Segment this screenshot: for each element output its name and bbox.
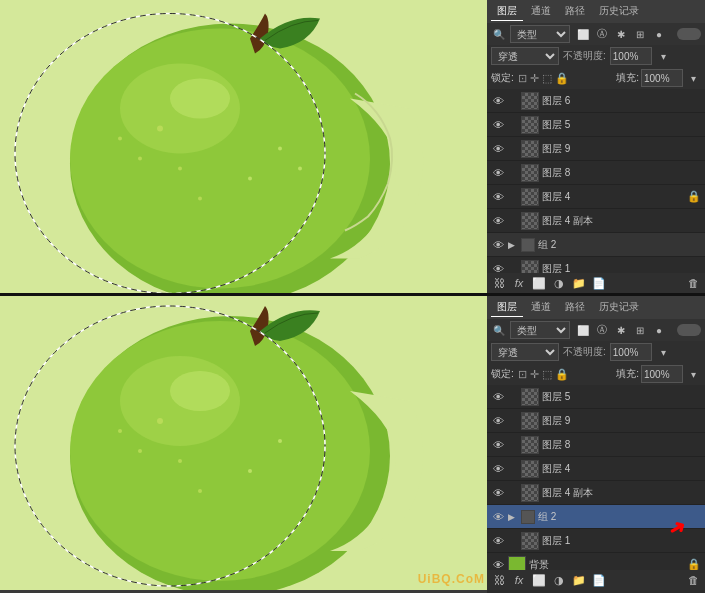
- add-mask-icon-b[interactable]: ⬜: [531, 572, 547, 588]
- layer-item-l6[interactable]: 👁图层 6: [487, 89, 705, 113]
- lock-artboard-icon-b[interactable]: ⬚: [542, 368, 552, 381]
- layer-filter-icon2[interactable]: Ⓐ: [594, 26, 610, 42]
- layer-item-l4copyb[interactable]: 👁图层 4 副本: [487, 481, 705, 505]
- eye-icon-bgb[interactable]: 👁: [491, 558, 505, 571]
- svg-point-19: [170, 371, 230, 411]
- lock-all-icon-b[interactable]: 🔒: [555, 368, 569, 381]
- options-row-top: 穿透 不透明度: ▾: [487, 45, 705, 67]
- panel-footer-top: ⛓ fx ⬜ ◑ 📁 📄 🗑: [487, 273, 705, 293]
- adjustment-icon-b[interactable]: ◑: [551, 572, 567, 588]
- layer-item-l4b[interactable]: 👁图层 4: [487, 457, 705, 481]
- eye-icon-l6[interactable]: 👁: [491, 94, 505, 108]
- eye-icon-l4b[interactable]: 👁: [491, 462, 505, 476]
- new-layer-icon-b[interactable]: 📄: [591, 572, 607, 588]
- layer-name-l9: 图层 9: [542, 142, 701, 156]
- tab-paths-bottom[interactable]: 路径: [559, 298, 591, 317]
- fx-icon-b[interactable]: fx: [511, 572, 527, 588]
- layers-list-top[interactable]: 👁图层 6👁图层 5👁图层 9👁图层 8👁图层 4🔒👁图层 4 副本👁▶组 2👁…: [487, 89, 705, 273]
- opacity-arrow-top[interactable]: ▾: [656, 48, 672, 64]
- group-arrow-g2[interactable]: ▶: [508, 240, 518, 250]
- tab-channels-bottom[interactable]: 通道: [525, 298, 557, 317]
- lock-pixel-icon[interactable]: ⊡: [518, 72, 527, 85]
- lock-move-icon-b[interactable]: ✛: [530, 368, 539, 381]
- search-icon[interactable]: 🔍: [491, 26, 507, 42]
- fill-arrow-top[interactable]: ▾: [685, 70, 701, 86]
- layer-item-l8[interactable]: 👁图层 8: [487, 161, 705, 185]
- layer-filter-icon5b[interactable]: ●: [651, 322, 667, 338]
- layer-filter-icon2b[interactable]: Ⓐ: [594, 322, 610, 338]
- eye-icon-l1b[interactable]: 👁: [491, 534, 505, 548]
- layer-item-g2[interactable]: 👁▶组 2: [487, 233, 705, 257]
- new-layer-icon[interactable]: 📄: [591, 275, 607, 291]
- layer-filter-icon3[interactable]: ✱: [613, 26, 629, 42]
- type-select-bottom[interactable]: 类型: [510, 321, 570, 339]
- link-layers-icon[interactable]: ⛓: [491, 275, 507, 291]
- layer-item-l9[interactable]: 👁图层 9: [487, 137, 705, 161]
- lock-move-icon[interactable]: ✛: [530, 72, 539, 85]
- layer-filter-icon1b[interactable]: ⬜: [575, 322, 591, 338]
- fx-icon[interactable]: fx: [511, 275, 527, 291]
- eye-icon-l8[interactable]: 👁: [491, 166, 505, 180]
- link-layers-icon-b[interactable]: ⛓: [491, 572, 507, 588]
- layer-filter-icon4b[interactable]: ⊞: [632, 322, 648, 338]
- fill-row-top: 填充: ▾: [616, 69, 701, 87]
- layer-name-l8b: 图层 8: [542, 438, 701, 452]
- tab-history-bottom[interactable]: 历史记录: [593, 298, 645, 317]
- tab-history-top[interactable]: 历史记录: [593, 2, 645, 21]
- eye-icon-l4copyb[interactable]: 👁: [491, 486, 505, 500]
- eye-icon-l4copy[interactable]: 👁: [491, 214, 505, 228]
- fill-arrow-bottom[interactable]: ▾: [685, 366, 701, 382]
- adjustment-icon[interactable]: ◑: [551, 275, 567, 291]
- layer-item-l1[interactable]: 👁图层 1: [487, 257, 705, 273]
- folder-icon-b[interactable]: 📁: [571, 572, 587, 588]
- layer-filter-icon5[interactable]: ●: [651, 26, 667, 42]
- fill-input-bottom[interactable]: [641, 365, 683, 383]
- search-icon-bottom[interactable]: 🔍: [491, 322, 507, 338]
- layer-filter-icon4[interactable]: ⊞: [632, 26, 648, 42]
- layer-name-bgb: 背景: [529, 558, 684, 571]
- layer-item-l4copy[interactable]: 👁图层 4 副本: [487, 209, 705, 233]
- blend-mode-top[interactable]: 穿透: [491, 47, 559, 65]
- eye-icon-l1[interactable]: 👁: [491, 262, 505, 274]
- layers-list-bottom[interactable]: 👁图层 5👁图层 9👁图层 8👁图层 4👁图层 4 副本👁▶组 2👁图层 1👁背…: [487, 385, 705, 570]
- eye-icon-l9b[interactable]: 👁: [491, 414, 505, 428]
- eye-icon-l9[interactable]: 👁: [491, 142, 505, 156]
- delete-layer-icon[interactable]: 🗑: [685, 275, 701, 291]
- lock-pixel-icon-b[interactable]: ⊡: [518, 368, 527, 381]
- eye-icon-l4[interactable]: 👁: [491, 190, 505, 204]
- layer-item-l4[interactable]: 👁图层 4🔒: [487, 185, 705, 209]
- tab-paths-top[interactable]: 路径: [559, 2, 591, 21]
- group-arrow-g2b[interactable]: ▶: [508, 512, 518, 522]
- layer-item-bgb[interactable]: 👁背景🔒: [487, 553, 705, 570]
- tab-channels-top[interactable]: 通道: [525, 2, 557, 21]
- folder-icon[interactable]: 📁: [571, 275, 587, 291]
- opacity-input-bottom[interactable]: [610, 343, 652, 361]
- opacity-input-top[interactable]: [610, 47, 652, 65]
- eye-icon-l5[interactable]: 👁: [491, 118, 505, 132]
- opacity-arrow-bottom[interactable]: ▾: [656, 344, 672, 360]
- eye-icon-g2[interactable]: 👁: [491, 238, 505, 252]
- type-select-top[interactable]: 类型: [510, 25, 570, 43]
- eye-icon-g2b[interactable]: 👁: [491, 510, 505, 524]
- fill-input-top[interactable]: [641, 69, 683, 87]
- layer-item-l5[interactable]: 👁图层 5: [487, 113, 705, 137]
- layer-name-l4copyb: 图层 4 副本: [542, 486, 701, 500]
- blend-mode-bottom[interactable]: 穿透: [491, 343, 559, 361]
- lock-artboard-icon[interactable]: ⬚: [542, 72, 552, 85]
- eye-icon-l5b[interactable]: 👁: [491, 390, 505, 404]
- layer-filter-toggle[interactable]: [677, 28, 701, 40]
- layer-thumb-l6: [521, 92, 539, 110]
- layer-item-l8b[interactable]: 👁图层 8: [487, 433, 705, 457]
- delete-layer-icon-b[interactable]: 🗑: [685, 572, 701, 588]
- lock-all-icon[interactable]: 🔒: [555, 72, 569, 85]
- tab-layers-bottom[interactable]: 图层: [491, 298, 523, 317]
- layer-filter-icon1[interactable]: ⬜: [575, 26, 591, 42]
- add-mask-icon[interactable]: ⬜: [531, 275, 547, 291]
- tab-layers-top[interactable]: 图层: [491, 2, 523, 21]
- eye-icon-l8b[interactable]: 👁: [491, 438, 505, 452]
- layer-item-l9b[interactable]: 👁图层 9: [487, 409, 705, 433]
- layer-filter-toggle-bottom[interactable]: [677, 324, 701, 336]
- layer-item-l5b[interactable]: 👁图层 5: [487, 385, 705, 409]
- layer-filter-icon3b[interactable]: ✱: [613, 322, 629, 338]
- panel-tabs-top: 图层 通道 路径 历史记录: [487, 0, 705, 23]
